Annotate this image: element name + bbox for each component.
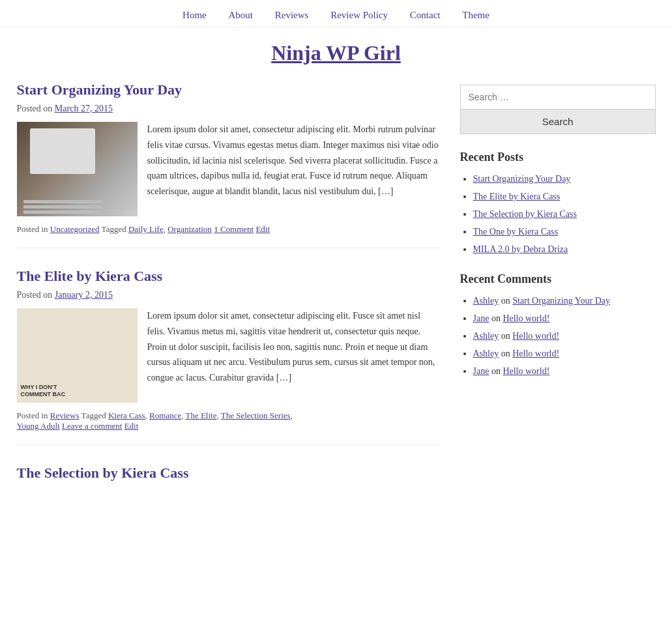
post-1-body: Lorem ipsum dolor sit amet, consectetur … [17,122,441,216]
post-2-tag-1[interactable]: Kiera Cass [108,411,145,420]
comment-5-on: on [491,366,503,376]
post-1-date-link[interactable]: March 27, 2015 [55,104,113,113]
nav-review-policy[interactable]: Review Policy [330,10,388,20]
post-1-tag-2[interactable]: Organization [168,224,212,234]
post-1-edit-link[interactable]: Edit [256,224,270,234]
comment-5-author[interactable]: Jane [473,366,489,376]
page-container: Start Organizing Your Day Posted on Marc… [4,81,669,501]
list-item: Ashley on Hello world! [473,329,656,343]
recent-comments-list: Ashley on Start Organizing Your Day Jane… [460,294,656,378]
main-nav: Home About Reviews Review Policy Contact… [0,0,672,28]
post-3-title-link[interactable]: The Selection by Kiera Cass [17,465,189,481]
comment-4-post[interactable]: Hello world! [512,349,559,358]
nav-theme[interactable]: Theme [462,10,489,20]
list-item: Jane on Hello world! [473,311,656,325]
nav-about[interactable]: About [229,10,254,20]
post-1-posted-on: Posted on [17,104,53,113]
post-2-image-text: WHY I DON'T COMMENT BAC [21,384,66,399]
post-2-meta: Posted on January 2, 2015 [17,290,441,300]
comment-3-post[interactable]: Hello world! [512,331,559,341]
recent-comments-section: Recent Comments Ashley on Start Organizi… [460,272,656,378]
comment-1-post[interactable]: Start Organizing Your Day [512,296,610,306]
post-2-posted-on: Posted on [17,290,53,300]
recent-posts-list: Start Organizing Your Day The Elite by K… [460,172,656,256]
post-1-footer: Posted in Uncategorized Tagged Daily Lif… [17,224,441,235]
post-1-category-link[interactable]: Uncategorized [50,224,100,234]
post-2-content: Lorem ipsum dolor sit amet, consectetur … [147,308,441,403]
comment-5-post[interactable]: Hello world! [503,366,549,376]
site-title-link[interactable]: Ninja WP Girl [271,41,401,65]
comment-1-on: on [501,296,513,306]
post-2-image: WHY I DON'T COMMENT BAC [17,308,138,403]
comment-3-on: on [501,331,513,341]
post-2-tagged-label: Tagged [81,411,108,420]
comment-2-on: on [491,313,503,323]
comment-2-author[interactable]: Jane [473,313,489,323]
comment-1-author[interactable]: Ashley [473,296,499,306]
post-2-tag-3[interactable]: The Elite [185,411,216,420]
post-1-image [17,122,138,216]
post-1: Start Organizing Your Day Posted on Marc… [17,81,441,248]
comment-3-author[interactable]: Ashley [473,331,499,341]
post-1-comments-link[interactable]: 1 Comment [214,224,254,234]
recent-post-5[interactable]: MILA 2.0 by Debra Driza [473,244,568,254]
recent-posts-section: Recent Posts Start Organizing Your Day T… [460,151,656,256]
post-2: The Elite by Kiera Cass Posted on Januar… [17,268,441,445]
nav-contact[interactable]: Contact [410,10,441,20]
list-item: The Selection by Kiera Cass [473,207,656,221]
sidebar: Search Recent Posts Start Organizing You… [460,81,656,501]
post-2-footer: Posted in Reviews Tagged Kiera Cass, Rom… [17,411,441,431]
post-2-date-link[interactable]: January 2, 2015 [55,290,113,300]
recent-post-4[interactable]: The One by Kiera Cass [473,227,559,237]
list-item: Start Organizing Your Day [473,172,656,186]
comment-4-author[interactable]: Ashley [473,349,499,358]
post-3: The Selection by Kiera Cass [17,465,441,482]
post-1-tag-1[interactable]: Daily Life [128,224,164,234]
post-1-posted-in-label: Posted in [17,224,48,234]
post-2-tag-4[interactable]: The Selection Series [221,411,291,420]
site-title-area: Ninja WP Girl [0,28,672,81]
list-item: The One by Kiera Cass [473,225,656,238]
post-1-tagged-label: Tagged [102,224,128,234]
post-1-content: Lorem ipsum dolor sit amet, consectetur … [147,122,441,216]
list-item: MILA 2.0 by Debra Driza [473,242,656,256]
recent-post-2[interactable]: The Elite by Kiera Cass [473,192,561,201]
list-item: Jane on Hello world! [473,364,656,378]
post-2-edit-link[interactable]: Edit [124,421,139,431]
post-2-posted-in-label: Posted in [17,411,48,420]
main-content: Start Organizing Your Day Posted on Marc… [17,81,441,501]
post-2-tag-5[interactable]: Young Adult [17,421,60,431]
nav-reviews[interactable]: Reviews [275,10,309,20]
recent-comments-heading: Recent Comments [460,272,656,286]
post-2-comments-link[interactable]: Leave a comment [62,421,122,431]
search-widget: Search [460,85,656,134]
post-2-category-link[interactable]: Reviews [50,411,80,420]
search-button[interactable]: Search [460,109,656,134]
post-2-tag-2[interactable]: Romance [149,411,181,420]
list-item: Ashley on Start Organizing Your Day [473,294,656,308]
post-1-title-link[interactable]: Start Organizing Your Day [17,81,183,98]
comment-2-post[interactable]: Hello world! [503,313,549,323]
comment-4-on: on [501,349,513,358]
nav-home[interactable]: Home [183,10,207,20]
recent-post-3[interactable]: The Selection by Kiera Cass [473,209,577,219]
list-item: The Elite by Kiera Cass [473,190,656,203]
search-input[interactable] [460,85,656,109]
post-1-meta: Posted on March 27, 2015 [17,104,441,114]
post-2-body: WHY I DON'T COMMENT BAC Lorem ipsum dolo… [17,308,441,403]
recent-posts-heading: Recent Posts [460,151,656,164]
post-2-title-link[interactable]: The Elite by Kiera Cass [17,268,163,284]
recent-post-1[interactable]: Start Organizing Your Day [473,174,571,184]
list-item: Ashley on Hello world! [473,347,656,360]
